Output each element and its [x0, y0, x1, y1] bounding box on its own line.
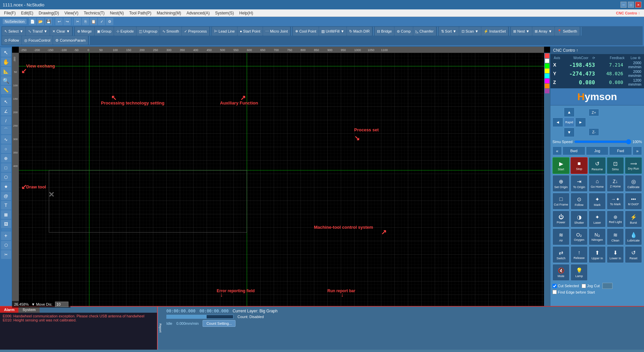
toolbar-undo[interactable]: ↩ [55, 18, 63, 25]
toolbar-redo[interactable]: ↪ [63, 18, 71, 25]
fwd-fast-button[interactable]: » [633, 146, 642, 155]
toolbar-copy[interactable]: ⎘ [82, 18, 89, 25]
resume-button[interactable]: ↺ Resume [589, 157, 606, 174]
zoom-tool[interactable]: 🔍 [1, 76, 11, 85]
plus-tool[interactable]: + [1, 231, 11, 240]
focuscontrol-button[interactable]: ◎ FocusControl [22, 36, 53, 45]
mute-button[interactable]: 🔇 Mute [552, 264, 570, 281]
polygon-tool[interactable]: ⬡ [1, 173, 11, 181]
move-right-button[interactable]: ► [575, 118, 586, 127]
image-tool[interactable]: 🖼 [1, 220, 11, 228]
circle-tool[interactable]: ○ [1, 144, 11, 153]
stop-button[interactable]: ■ Stop [571, 157, 588, 174]
move-down-button[interactable]: ▼ [564, 128, 575, 137]
switch-button[interactable]: ⇄ Switch [552, 246, 570, 263]
power-button[interactable]: ⏻ Power [552, 211, 570, 227]
layer-green[interactable] [545, 63, 549, 68]
layer-yellow[interactable] [545, 69, 549, 73]
toolbar-open[interactable]: 📂 [37, 18, 44, 25]
minimize-button[interactable]: ─ [621, 2, 627, 8]
bridge-button[interactable]: ⊟ Bridge [375, 27, 394, 36]
toolbar-new[interactable]: 📄 [29, 18, 36, 25]
select-button[interactable]: ↖ Select ▼ [2, 27, 25, 36]
menu-advanced[interactable]: Advanced(A) [184, 10, 212, 16]
menu-nest[interactable]: Nest(N) [107, 10, 126, 16]
measure-tool[interactable]: 📐 [1, 67, 11, 76]
dryrun-button[interactable]: ⟹ Dry Run [625, 157, 642, 174]
upperin-button[interactable]: ⬆ Upper In [589, 246, 606, 263]
merge-button[interactable]: ⊕ Merge [75, 27, 94, 36]
clear-button[interactable]: ✕ Clear ▼ [50, 27, 72, 36]
explode-button[interactable]: ⊹ Explode [114, 27, 136, 36]
lamp-button[interactable]: 💡 Lamp [571, 264, 588, 281]
layer-magenta[interactable] [545, 79, 549, 83]
jog-button[interactable]: Jog [586, 146, 609, 155]
toolbar-check[interactable]: ✓ [98, 18, 105, 25]
close-button[interactable]: ✕ [635, 2, 641, 8]
microjoint-button[interactable]: ⋯ Micro Joint [263, 27, 290, 36]
leadline-button[interactable]: ⊢ Lead Line [212, 27, 237, 36]
spiral-tool[interactable]: @ [1, 191, 11, 200]
nest-button[interactable]: ⊞ Nest ▼ [511, 27, 532, 36]
layer-white[interactable] [545, 58, 549, 63]
chamfer-button[interactable]: ◺ Chamfer [413, 27, 436, 36]
find-edge-label[interactable]: Find Edge before Start [552, 290, 595, 294]
layer-purple[interactable] [545, 89, 549, 93]
layer-red[interactable] [545, 53, 549, 58]
move-left-button[interactable]: ◄ [552, 118, 563, 127]
reset-button[interactable]: ↺ Reset [625, 246, 642, 263]
clean-button[interactable]: ≋ Clean [607, 228, 624, 245]
menu-machining[interactable]: Machining(M) [154, 10, 184, 16]
gohome-button[interactable]: ⌂ Go Home [589, 175, 606, 192]
calibrate-button[interactable]: ◎ Calibrate [625, 175, 642, 192]
transf-button[interactable]: ⤡ Transf ▼ [26, 27, 50, 36]
edit-node-tool[interactable]: ⬡ [1, 241, 11, 250]
jog-cut-extra[interactable] [602, 283, 612, 289]
text-tool[interactable]: T [1, 201, 11, 210]
zhome-button[interactable]: Z↓ Z Home [607, 175, 624, 192]
startpoint-button[interactable]: ● Start Point [237, 27, 263, 36]
toolbar-paste[interactable]: 📋 [90, 18, 97, 25]
simu-button[interactable]: ⊡ Simu [607, 157, 624, 174]
fwd-button[interactable]: Fwd [609, 146, 632, 155]
bwd-button[interactable]: Bwd [562, 146, 585, 155]
lowerin-button[interactable]: ⬇ Lower In [607, 246, 624, 263]
laser-button[interactable]: ✦ Laser [589, 211, 606, 227]
menu-edit[interactable]: Edit(E) [18, 10, 36, 16]
toolbar-save[interactable]: 💾 [45, 18, 52, 25]
z-minus-button[interactable]: Z- [589, 128, 599, 136]
layer-cyan[interactable] [545, 74, 549, 78]
menu-view[interactable]: View(V) [62, 10, 81, 16]
menu-help[interactable]: Help(H) [236, 10, 256, 16]
cut-selected-checkbox[interactable] [552, 284, 557, 288]
cutframe-button[interactable]: □ Cut Frame [552, 193, 570, 210]
menu-drawing[interactable]: Drawing(D) [36, 10, 62, 16]
setberth-button[interactable]: 📍 SetBerth [555, 27, 580, 36]
menu-toolpath[interactable]: Tool Path(P) [126, 10, 154, 16]
smooth-button[interactable]: ∿ Smooth [160, 27, 181, 36]
cursor-tool[interactable]: ↖ [1, 48, 11, 57]
lubricate-button[interactable]: 💧 Lubricate [625, 228, 642, 245]
toolbar-cut[interactable]: ✂ [74, 18, 81, 25]
z-plus-button[interactable]: Z+ [589, 109, 599, 116]
ellipse-tool[interactable]: ⊕ [1, 154, 11, 163]
bwd-fast-button[interactable]: « [552, 146, 562, 155]
trim-tool[interactable]: ✂ [1, 250, 11, 259]
menu-technics[interactable]: Technics(T) [81, 10, 107, 16]
simu-speed-slider[interactable] [574, 139, 631, 144]
ungroup-button[interactable]: ◫ Ungroup [137, 27, 160, 36]
preprocess-button[interactable]: ✓ Preprocess [182, 27, 209, 36]
follow2-button[interactable]: ⊙ Follow [571, 193, 588, 210]
jog-cut-checkbox[interactable] [582, 284, 586, 288]
coolpoint-button[interactable]: ❄ Cool Point [293, 27, 319, 36]
barcode-tool[interactable]: ▦ [1, 210, 11, 219]
angle-tool[interactable]: ∠ [1, 107, 11, 116]
machdir-button[interactable]: ↻ Mach DIR [347, 27, 372, 36]
ruler-tool[interactable]: 📏 [1, 86, 11, 94]
unfillfill-button[interactable]: ▨ Unfill/Fill ▼ [319, 27, 346, 36]
mark-button[interactable]: ✦ Mark [589, 193, 606, 210]
layer-orange[interactable] [545, 84, 549, 88]
array-button[interactable]: ⊞ Array ▼ [532, 27, 554, 36]
sort-button[interactable]: ⇅ Sort ▼ [439, 27, 459, 36]
select-shape-tool[interactable]: ↖ [1, 97, 11, 106]
